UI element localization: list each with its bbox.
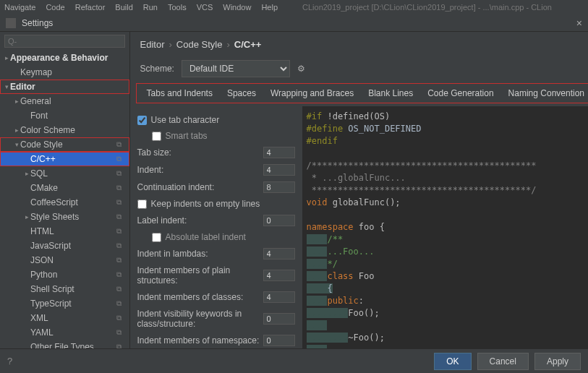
sidebar-item[interactable]: Editor — [0, 80, 129, 94]
tab-code-gen[interactable]: Code Generation — [427, 88, 493, 98]
scope-icon: ⧉ — [116, 198, 127, 207]
scope-icon: ⧉ — [116, 155, 127, 163]
sidebar-item[interactable]: CMake⧉ — [0, 181, 129, 195]
menu-item[interactable]: VCS — [197, 3, 213, 12]
arrow-icon — [13, 141, 20, 148]
breadcrumb-item[interactable]: Editor — [140, 39, 165, 50]
sidebar-item[interactable]: XML⧉ — [0, 311, 129, 325]
tab-naming[interactable]: Naming Convention — [508, 88, 584, 98]
sidebar-item[interactable]: JSON⧉ — [0, 253, 129, 267]
classes-input[interactable] — [263, 291, 295, 303]
sidebar-item[interactable]: Style Sheets⧉ — [0, 210, 129, 224]
sidebar-item-label: XML — [30, 313, 116, 323]
use-tab-checkbox[interactable] — [137, 116, 147, 125]
search-input[interactable] — [4, 35, 125, 48]
dialog-title: Settings — [22, 18, 53, 28]
smart-tabs-label: Smart tabs — [166, 131, 208, 141]
tab-tabs-indents[interactable]: Tabs and Indents — [147, 88, 213, 98]
plain-struct-input[interactable] — [263, 270, 295, 281]
sidebar-item[interactable]: Font — [0, 108, 129, 123]
sidebar-item[interactable]: General — [0, 94, 129, 108]
visibility-input[interactable] — [263, 313, 295, 325]
dialog-titlebar: Settings × — [0, 14, 588, 32]
sidebar-item[interactable]: Shell Script⧉ — [0, 282, 129, 296]
scheme-select[interactable]: Default IDE — [182, 60, 290, 77]
scope-icon: ⧉ — [116, 184, 127, 192]
keep-indents-checkbox[interactable] — [137, 200, 147, 209]
search-input-wrap — [4, 35, 125, 48]
scope-icon: ⧉ — [116, 299, 127, 308]
use-tab-label: Use tab character — [151, 115, 220, 125]
menu-item[interactable]: Help — [261, 3, 278, 12]
sidebar-item-label: Keymap — [20, 67, 127, 77]
menu-item[interactable]: Run — [143, 3, 158, 12]
cont-indent-input[interactable] — [263, 181, 295, 193]
sidebar-item[interactable]: TypeScript⧉ — [0, 296, 129, 311]
menu-item[interactable]: Code — [46, 3, 64, 12]
tab-size-input[interactable] — [263, 147, 295, 158]
sidebar-item-label: JSON — [30, 255, 116, 265]
indent-input[interactable] — [263, 164, 295, 176]
namespace-input[interactable] — [263, 335, 295, 346]
sidebar-item[interactable]: YAML⧉ — [0, 325, 129, 340]
sidebar-item[interactable]: CoffeeScript⧉ — [0, 195, 129, 210]
sidebar-item[interactable]: Appearance & Behavior — [0, 51, 129, 65]
cancel-button[interactable]: Cancel — [477, 353, 529, 370]
code-preview: #if !defined(OS) #define OS_NOT_DEFINED … — [302, 106, 588, 348]
scope-icon: ⧉ — [116, 140, 127, 149]
sidebar-item-label: Python — [30, 270, 116, 280]
smart-tabs-checkbox[interactable] — [152, 132, 161, 141]
chevron-right-icon: › — [226, 39, 229, 50]
menu-item[interactable]: Window — [223, 3, 251, 12]
label-indent-label: Label indent: — [137, 215, 187, 226]
tab-wrapping[interactable]: Wrapping and Braces — [270, 88, 354, 98]
sidebar-item[interactable]: Code Style⧉ — [0, 137, 129, 152]
apply-button[interactable]: Apply — [534, 353, 581, 370]
ok-button[interactable]: OK — [434, 353, 471, 370]
tab-blank-lines[interactable]: Blank Lines — [368, 88, 413, 98]
scope-icon: ⧉ — [116, 256, 127, 265]
tab-size-label: Tab size: — [137, 147, 171, 158]
cont-indent-label: Continuation indent: — [137, 182, 215, 192]
sidebar-item-label: CMake — [30, 183, 116, 193]
keep-indents-label: Keep indents on empty lines — [151, 199, 260, 209]
dialog-footer: ? OK Cancel Apply — [0, 348, 588, 373]
content-panel: Editor › Code Style › C/C++ Reset Scheme… — [130, 32, 588, 348]
tab-spaces[interactable]: Spaces — [227, 88, 256, 98]
close-icon[interactable]: × — [576, 17, 582, 29]
label-indent-input[interactable] — [263, 215, 295, 226]
sidebar-item-label: Appearance & Behavior — [10, 53, 127, 63]
sidebar-item[interactable]: Color Scheme — [0, 123, 129, 137]
settings-tree[interactable]: Appearance & BehaviorKeymapEditorGeneral… — [0, 51, 129, 348]
breadcrumb-current: C/C++ — [234, 39, 262, 50]
lambda-input[interactable] — [263, 248, 295, 260]
lambda-label: Indent in lambdas: — [137, 249, 208, 259]
scheme-row: Scheme: Default IDE ⚙ Set from... — [130, 54, 588, 83]
help-icon[interactable]: ? — [7, 356, 12, 366]
sidebar-item[interactable]: SQL⧉ — [0, 166, 129, 181]
sidebar-item-label: YAML — [30, 327, 116, 338]
sidebar-item-label: JavaScript — [30, 241, 116, 251]
sidebar-item[interactable]: Python⧉ — [0, 267, 129, 282]
sidebar-item[interactable]: HTML⧉ — [0, 224, 129, 239]
abs-label-checkbox[interactable] — [152, 233, 161, 242]
sidebar-item-label: Style Sheets — [30, 212, 116, 222]
scope-icon: ⧉ — [116, 227, 127, 236]
arrow-icon — [13, 98, 20, 105]
sidebar-item-label: Shell Script — [30, 284, 116, 294]
scope-icon: ⧉ — [116, 270, 127, 279]
sidebar-item-label: Font — [30, 111, 127, 121]
gear-icon[interactable]: ⚙ — [297, 64, 305, 74]
breadcrumb-item[interactable]: Code Style — [176, 39, 223, 50]
sidebar-item[interactable]: Other File Types⧉ — [0, 340, 129, 348]
menu-item[interactable]: Build — [115, 3, 132, 12]
sidebar-item[interactable]: JavaScript⧉ — [0, 239, 129, 253]
arrow-icon — [13, 127, 20, 134]
menu-item[interactable]: Tools — [168, 3, 187, 12]
sidebar-item-label: Editor — [10, 82, 127, 92]
menu-item[interactable]: Refactor — [75, 3, 106, 12]
sidebar-item[interactable]: C/C++⧉ — [0, 152, 129, 166]
sidebar-item[interactable]: Keymap — [0, 65, 129, 80]
menu-item[interactable]: Navigate — [4, 3, 35, 12]
scope-icon: ⧉ — [116, 241, 127, 250]
